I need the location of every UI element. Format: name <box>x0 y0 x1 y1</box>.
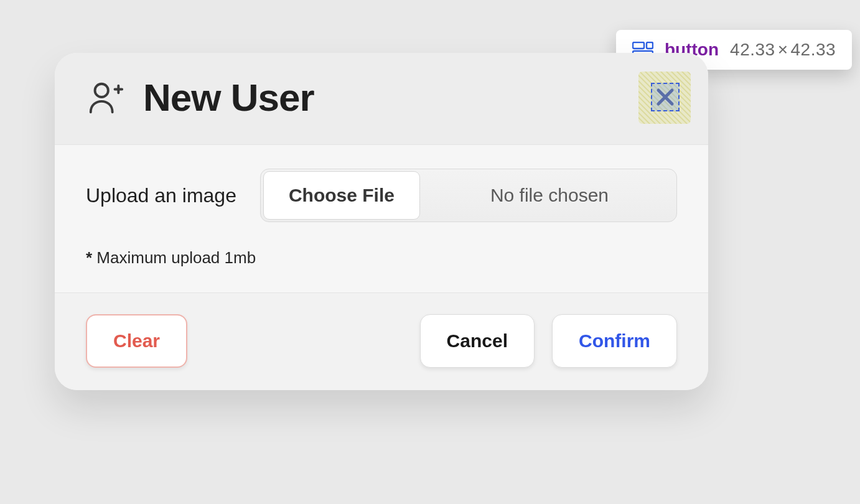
clear-button[interactable]: Clear <box>86 314 187 368</box>
dialog-footer: Clear Cancel Confirm <box>55 293 708 390</box>
dialog-header: New User <box>55 53 708 144</box>
upload-row: Upload an image Choose File No file chos… <box>86 169 677 222</box>
svg-rect-0 <box>633 42 644 49</box>
choose-file-button[interactable]: Choose File <box>263 171 420 220</box>
upload-hint: * Maximum upload 1mb <box>86 248 677 268</box>
upload-label: Upload an image <box>86 184 236 207</box>
add-user-icon <box>86 78 124 117</box>
file-input[interactable]: Choose File No file chosen <box>260 169 677 222</box>
close-button[interactable] <box>661 75 687 101</box>
cancel-button[interactable]: Cancel <box>420 314 535 368</box>
file-status-text: No file chosen <box>423 185 676 206</box>
svg-point-3 <box>95 83 108 96</box>
confirm-button[interactable]: Confirm <box>552 314 677 368</box>
dialog-body: Upload an image Choose File No file chos… <box>55 144 708 293</box>
inspector-dimensions: 42.33×42.33 <box>730 40 836 60</box>
svg-rect-1 <box>647 42 653 49</box>
new-user-dialog: New User Upload an image Choose File No … <box>55 53 708 390</box>
dialog-title: New User <box>143 75 314 119</box>
